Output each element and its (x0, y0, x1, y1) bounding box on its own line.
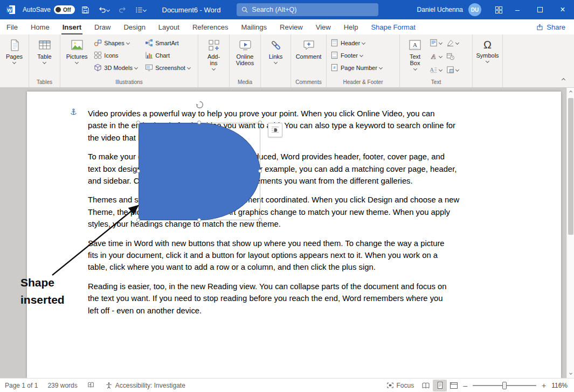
read-mode-button[interactable] (419, 380, 433, 391)
scrollbar-thumb[interactable] (568, 98, 573, 235)
read-mode-icon (421, 382, 430, 389)
group-label-tables: Tables (31, 78, 58, 87)
resize-handle-middle-left[interactable] (136, 169, 140, 173)
avatar[interactable]: DU (468, 3, 481, 16)
redo-button[interactable] (115, 2, 130, 17)
table-button[interactable]: Table (31, 36, 58, 64)
search-input[interactable] (252, 6, 365, 13)
tab-file[interactable]: File (0, 19, 24, 34)
tab-mailings[interactable]: Mailings (234, 19, 273, 34)
maximize-button[interactable] (529, 0, 551, 19)
zoom-slider[interactable] (473, 382, 536, 389)
tab-home[interactable]: Home (24, 19, 56, 34)
object-button[interactable] (445, 64, 460, 76)
word-count[interactable]: 239 words (43, 379, 82, 392)
zoom-level[interactable]: 116% (548, 382, 574, 389)
annotation-arrow (49, 201, 146, 282)
shapes-button[interactable]: Shapes (92, 37, 143, 49)
text-box-label: Text Box (407, 53, 423, 66)
word-app-icon[interactable]: W (5, 4, 16, 15)
date-time-button[interactable] (445, 50, 455, 62)
signature-line-button[interactable] (445, 37, 460, 49)
proofing-status-button[interactable] (82, 379, 100, 392)
online-videos-button[interactable]: Online Videos (231, 36, 259, 66)
symbols-button[interactable]: Ω Symbols (474, 36, 501, 62)
resize-handle-bottom-right[interactable] (258, 218, 262, 222)
chevron-down-icon (12, 60, 16, 64)
ribbon-tabs-bar: File Home Insert Draw Design Layout Refe… (0, 19, 574, 34)
drop-cap-button[interactable]: A (428, 64, 443, 76)
footer-label: Footer (341, 52, 358, 59)
resize-handle-top-left[interactable] (136, 121, 140, 124)
close-button[interactable]: × (551, 0, 574, 19)
scroll-down-button[interactable] (567, 370, 574, 378)
inserted-shape[interactable] (139, 123, 260, 220)
search-box[interactable] (237, 3, 378, 16)
footer-button[interactable]: Footer (328, 49, 398, 61)
quick-access-list-button[interactable] (133, 2, 148, 17)
screenshot-button[interactable]: Screenshot (143, 61, 196, 74)
resize-handle-bottom-middle[interactable] (197, 218, 201, 222)
autosave-control[interactable]: AutoSave Off (23, 5, 75, 14)
chevron-down-icon (455, 41, 459, 45)
chevron-down-icon (439, 68, 442, 72)
tab-layout[interactable]: Layout (152, 19, 186, 34)
3d-models-button[interactable]: 3D Models (92, 61, 143, 74)
print-layout-button[interactable] (433, 380, 447, 391)
chevron-down-icon (439, 41, 442, 45)
header-button[interactable]: Header (328, 37, 398, 49)
chevron-down-icon[interactable] (142, 8, 146, 11)
svg-text:#: # (334, 66, 336, 69)
layout-options-button[interactable] (268, 123, 282, 137)
autosave-toggle[interactable]: Off (54, 5, 74, 14)
autosave-state: Off (63, 7, 71, 13)
wordart-button[interactable]: A (428, 50, 443, 62)
save-button[interactable] (78, 2, 93, 17)
page-number-button[interactable]: # Page Number (328, 61, 398, 74)
add-ins-button[interactable]: Add-ins (200, 36, 227, 70)
collapse-ribbon-button[interactable] (558, 75, 569, 84)
tab-review[interactable]: Review (273, 19, 309, 34)
tab-draw[interactable]: Draw (88, 19, 117, 34)
share-button[interactable]: Share (536, 23, 565, 31)
tab-references[interactable]: References (186, 19, 234, 34)
chart-button[interactable]: Chart (143, 49, 196, 61)
text-box-button[interactable]: A Text Box (402, 36, 428, 70)
tab-design[interactable]: Design (117, 19, 151, 34)
web-layout-button[interactable] (447, 380, 461, 391)
tab-help[interactable]: Help (337, 19, 365, 34)
quick-parts-button[interactable] (428, 37, 443, 49)
vertical-scrollbar[interactable] (566, 88, 574, 378)
tab-shape-format[interactable]: Shape Format (364, 19, 421, 34)
links-button[interactable]: Links (263, 36, 289, 64)
resize-handle-top-middle[interactable] (197, 121, 201, 124)
tab-insert[interactable]: Insert (56, 19, 88, 34)
chevron-up-icon (569, 90, 572, 94)
resize-handle-middle-right[interactable] (258, 169, 262, 173)
group-links: Links (261, 34, 291, 87)
minimize-button[interactable]: – (506, 0, 529, 19)
undo-button[interactable] (96, 2, 112, 17)
pictures-button[interactable]: Pictures (62, 36, 92, 64)
pages-button[interactable]: Pages (2, 36, 27, 64)
user-name[interactable]: Daniel Uchenna (417, 6, 463, 13)
zoom-out-button[interactable]: – (461, 381, 469, 390)
comment-button[interactable]: Comment (293, 36, 324, 60)
scroll-up-button[interactable] (567, 88, 574, 96)
ribbon-display-options-button[interactable] (491, 2, 506, 17)
resize-handle-top-right[interactable] (258, 121, 262, 124)
zoom-slider-thumb[interactable] (502, 382, 507, 389)
zoom-in-button[interactable]: + (540, 381, 548, 390)
undo-dropdown-icon[interactable] (106, 8, 110, 11)
rotate-handle-icon[interactable] (195, 100, 204, 109)
smartart-button[interactable]: SmartArt (143, 37, 196, 49)
document-area: Video provides a powerful way to help yo… (0, 88, 574, 378)
paragraph: Reading is easier, too, in the new Readi… (88, 281, 459, 317)
focus-button[interactable]: Focus (382, 379, 419, 392)
proofing-icon (87, 381, 95, 389)
tab-view[interactable]: View (309, 19, 337, 34)
page-indicator[interactable]: Page 1 of 1 (0, 379, 43, 392)
accessibility-checker-button[interactable]: Accessibility: Investigate (100, 379, 190, 392)
focus-label: Focus (397, 382, 414, 389)
icons-button[interactable]: Icons (92, 49, 143, 61)
